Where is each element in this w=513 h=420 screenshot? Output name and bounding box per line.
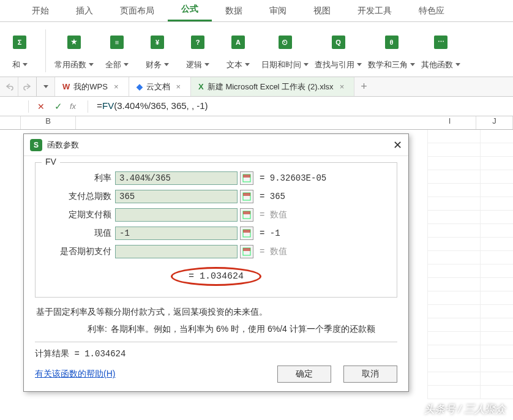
range-select-button[interactable] [240,171,253,185]
ribbon-label: 和 [12,59,20,70]
ribbon-group-5[interactable]: A 文本 [221,29,255,73]
redo-button[interactable] [18,77,37,96]
tab-special[interactable]: 特色应 [405,1,458,21]
chevron-down-icon [124,63,129,66]
ribbon-group-2[interactable]: ≡ 全部 [100,29,134,73]
ok-button[interactable]: 确定 [277,366,331,383]
doc-tab-2[interactable]: X 新建 Microsoft Excel 工作表 (2).xlsx × [191,77,354,96]
ribbon-group-9[interactable]: ⋯ 其他函数 [421,29,460,73]
ribbon-group-3[interactable]: ¥ 财务 [140,29,174,73]
chevron-down-icon [455,63,460,66]
ribbon-icon: Σ [13,36,26,49]
tab-dev[interactable]: 开发工具 [344,1,405,21]
param-result: = -1 [253,228,280,238]
param-row-1: 支付总期数 365 = 365 [43,187,389,206]
close-icon[interactable]: × [337,82,347,91]
ribbon-label: 查找与引用 [315,59,354,70]
close-icon[interactable]: × [111,82,121,91]
ribbon-group-6[interactable]: ⏲ 日期和时间 [261,29,309,73]
range-select-button[interactable] [240,190,253,203]
params-groupbox: FV 利率 3.404%/365 = 9.32603E-05 支付总期数 365… [35,162,397,298]
function-name: FV [42,157,60,167]
doc-tab-label: 我的WPS [73,81,108,92]
watermark: 头条号 / 三人聚众 [424,402,506,416]
param-label: 是否期初支付 [43,246,115,257]
ribbon-icon: ? [191,36,204,49]
ribbon-icon: ⏲ [279,36,292,49]
col-I[interactable]: I [424,116,476,129]
range-select-button[interactable] [240,227,253,240]
close-icon[interactable]: ✕ [393,138,402,152]
ribbon-label: 其他函数 [421,59,453,70]
tab-view[interactable]: 视图 [300,1,344,21]
col-J[interactable]: J [476,116,513,129]
accept-formula-button[interactable]: ✓ [50,101,67,112]
ribbon-content: Σ 和 ★ 常用函数 ≡ 全部 ¥ 财务 ? 逻辑 A 文本 ⏲ 日期和时间 Q… [0,22,513,77]
range-select-button[interactable] [240,208,253,222]
ribbon-group-0[interactable]: Σ 和 [2,29,37,73]
chevron-down-icon [164,63,169,66]
ribbon-tabs: 开始 插入 页面布局 公式 数据 审阅 视图 开发工具 特色应 [0,0,513,22]
cancel-formula-button[interactable]: ✕ [32,102,50,111]
param-result: = 9.32603E-05 [253,173,326,183]
param-row-4: 是否期初支付 = 数值 [43,242,389,261]
doc-tab-label: 新建 Microsoft Excel 工作表 (2).xlsx [208,81,334,92]
formula-input[interactable]: =FV(3.404%/365, 365, , -1) [92,100,208,112]
tab-layout[interactable]: 页面布局 [107,1,168,21]
doc-tabs: W 我的WPS ×◆ 云文档 ×X 新建 Microsoft Excel 工作表… [0,77,513,97]
formula-bar: ✕ ✓ fx =FV(3.404%/365, 365, , -1) [0,97,513,116]
ribbon-icon: θ [385,36,399,49]
tab-data[interactable]: 数据 [212,1,256,21]
ribbon-group-8[interactable]: θ 数学和三角 [368,29,415,73]
help-link[interactable]: 有关该函数的帮助(H) [35,369,115,380]
function-description: 基于固定利率及等额分期付款方式，返回某项投资的未来值。 [36,305,396,318]
tab-review[interactable]: 审阅 [256,1,300,21]
chevron-down-icon [89,63,94,66]
ribbon-icon: ⋯ [434,36,447,49]
dialog-titlebar[interactable]: S 函数参数 ✕ [24,134,408,156]
param-input[interactable]: 365 [115,190,238,203]
ribbon-icon: A [231,36,245,49]
param-label: 定期支付额 [43,209,115,220]
close-icon[interactable]: × [174,82,184,91]
param-input[interactable]: -1 [115,227,238,240]
undo-button[interactable] [0,77,18,96]
param-row-2: 定期支付额 = 数值 [43,206,389,224]
function-args-dialog: S 函数参数 ✕ FV 利率 3.404%/365 = 9.32603E-05 … [23,133,409,392]
wps-logo-icon: S [30,139,42,151]
chevron-down-icon [410,63,415,66]
new-tab-button[interactable]: + [354,80,373,93]
column-headers: B I J [0,116,513,130]
fx-button[interactable]: fx [67,102,84,111]
doc-tab-icon: X [198,82,204,91]
cancel-button[interactable]: 取消 [343,366,397,383]
doc-tab-0[interactable]: W 我的WPS × [55,77,129,96]
ribbon-group-1[interactable]: ★ 常用函数 [54,29,94,73]
grid-cells [427,130,513,420]
col-B[interactable]: B [21,116,76,129]
doc-tab-1[interactable]: ◆ 云文档 × [129,77,192,96]
ribbon-label: 文本 [227,59,242,70]
ribbon-label: 财务 [146,59,162,70]
tab-start[interactable]: 开始 [18,1,62,21]
range-select-button[interactable] [240,245,253,258]
ribbon-label: 逻辑 [186,59,202,70]
tab-insert[interactable]: 插入 [62,1,107,21]
param-input[interactable] [115,208,238,222]
param-row-0: 利率 3.404%/365 = 9.32603E-05 [43,169,389,187]
ribbon-label: 日期和时间 [261,59,301,70]
chevron-down-icon [23,63,28,66]
ribbon-group-7[interactable]: Q 查找与引用 [315,29,362,73]
param-label: 支付总期数 [43,191,115,202]
ribbon-label: 常用函数 [54,59,86,70]
dropdown-button[interactable] [37,77,55,96]
chevron-down-icon [245,63,250,66]
tab-formula[interactable]: 公式 [168,0,212,21]
param-input[interactable]: 3.404%/365 [115,171,238,185]
param-input[interactable] [115,245,238,258]
svg-rect-9 [243,248,250,251]
chevron-down-icon [357,63,362,66]
doc-tab-icon: ◆ [137,82,143,91]
svg-rect-7 [243,230,250,233]
ribbon-group-4[interactable]: ? 逻辑 [181,29,215,73]
